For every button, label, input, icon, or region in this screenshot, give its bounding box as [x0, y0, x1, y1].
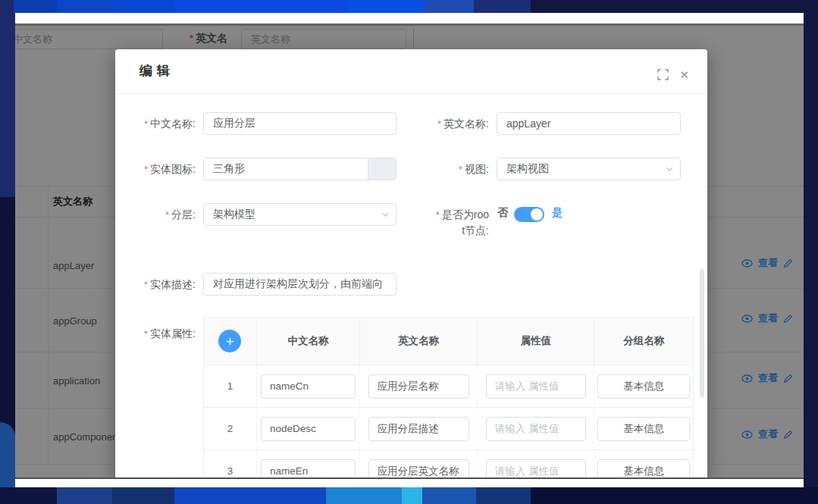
attr-col-header-group: 分组名称 [594, 318, 693, 365]
icon-picker-button[interactable] [368, 158, 396, 180]
attr-table: + 中文名称 英文名称 属性值 分组名称 1 2 [203, 317, 694, 479]
attr-name-input[interactable] [261, 374, 356, 399]
switch-on-label: 是 [552, 206, 563, 220]
field-label-desc: *实体描述: [115, 273, 196, 296]
dialog-scrollbar[interactable] [700, 269, 704, 398]
attr-row: 3 [204, 450, 693, 479]
view-select[interactable] [497, 158, 681, 180]
layer-select[interactable] [203, 203, 396, 226]
required-mark: * [437, 118, 441, 130]
browser-page: *英文名 英文名称 appLayer 查看 appGroup 查看 applic… [15, 13, 804, 487]
attr-en-input[interactable] [368, 417, 469, 441]
top-decoration-bar [0, 0, 818, 13]
attr-group-input[interactable] [597, 374, 690, 399]
required-mark: * [144, 164, 148, 175]
required-mark: * [144, 279, 148, 290]
add-attr-button[interactable]: + [218, 330, 241, 352]
attr-group-input[interactable] [597, 459, 690, 480]
name-en-input[interactable] [497, 112, 681, 135]
required-mark: * [165, 209, 169, 221]
attr-value-input[interactable] [486, 417, 586, 441]
attr-col-header-name-en: 英文名称 [360, 318, 478, 365]
required-mark: * [144, 118, 148, 130]
attr-value-input[interactable] [486, 459, 586, 480]
page-bottom-edge [15, 477, 804, 479]
desktop-right-edge [804, 13, 818, 487]
row-index: 3 [227, 465, 233, 477]
name-cn-input[interactable] [203, 112, 396, 135]
desktop-left-edge [0, 13, 15, 487]
required-mark: * [436, 209, 440, 221]
field-label-attrs: *实体属性: [115, 322, 196, 346]
switch-off-label: 否 [497, 206, 508, 220]
field-label-view: *视图: [403, 158, 489, 181]
attr-table-header: + 中文名称 英文名称 属性值 分组名称 [204, 318, 693, 365]
attr-col-header-name-cn: 中文名称 [257, 318, 361, 365]
attr-en-input[interactable] [368, 374, 469, 399]
root-switch[interactable] [514, 207, 544, 222]
attr-name-input[interactable] [261, 417, 356, 441]
entity-desc-input[interactable] [203, 273, 396, 296]
field-label-layer: *分层: [115, 203, 196, 227]
required-mark: * [459, 164, 462, 175]
close-icon[interactable]: ✕ [679, 69, 689, 80]
layer-select-value[interactable] [203, 203, 396, 226]
field-label-icon: *实体图标: [115, 158, 196, 181]
fullscreen-icon[interactable] [657, 69, 669, 80]
edit-dialog: 编辑 ✕ *中文名称: *英文名称: *实体图标: *视图: [115, 49, 707, 479]
attr-row: 2 [204, 408, 693, 450]
switch-knob [531, 208, 543, 221]
required-mark: * [144, 328, 148, 340]
page-bottom-strip [15, 479, 804, 487]
bottom-decoration-bar [0, 487, 818, 504]
plus-icon: + [226, 334, 234, 349]
icon-input-group [203, 158, 396, 180]
attr-row: 1 [204, 365, 693, 408]
view-select-value[interactable] [497, 158, 681, 180]
attr-value-input[interactable] [486, 374, 586, 399]
field-label-name-cn: *中文名称: [115, 112, 196, 136]
dialog-title: 编辑 [139, 62, 174, 80]
row-index: 1 [227, 380, 233, 392]
attr-col-header-value: 属性值 [478, 318, 595, 365]
dialog-divider [115, 93, 707, 94]
attr-group-input[interactable] [597, 417, 690, 441]
attr-en-input[interactable] [368, 459, 469, 480]
attr-name-input[interactable] [261, 459, 356, 480]
field-label-name-en: *英文名称: [403, 112, 489, 136]
field-label-root: *是否为roo t节点: [428, 207, 489, 239]
row-index: 2 [227, 423, 233, 434]
